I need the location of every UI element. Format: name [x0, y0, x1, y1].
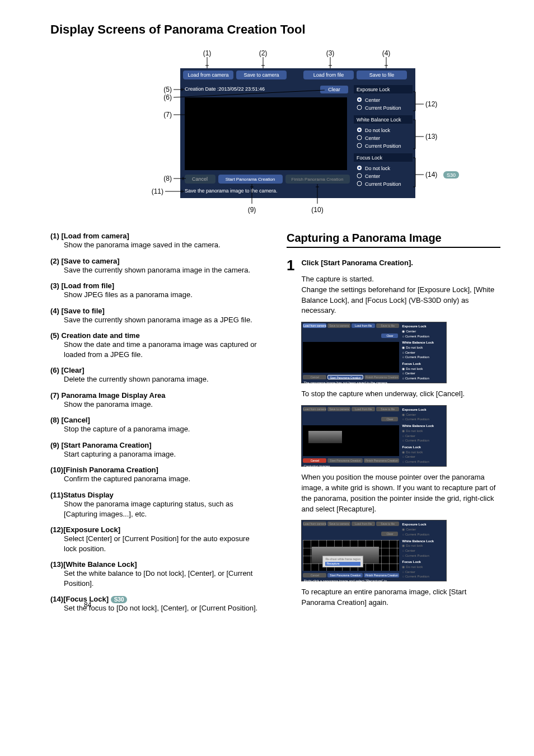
def-3: (3) [Load from file] Show JPEG files as … [50, 281, 264, 300]
step-p1: The capture is started. [301, 274, 500, 285]
exposure-opt-center[interactable]: Center [365, 97, 380, 103]
callout-6: (6) [163, 93, 172, 101]
callout-8: (8) [163, 175, 172, 182]
callout-2: (2) [259, 49, 268, 57]
def-4: (4) [Save to file] Save the currently sh… [50, 307, 264, 325]
callout-4: (4) [382, 49, 391, 57]
btn-cancel[interactable]: Cancel [192, 176, 208, 182]
callout-12: (12) [425, 100, 437, 108]
btn-load-camera[interactable]: Load from camera [188, 72, 228, 78]
callout-11: (11) [152, 187, 163, 195]
def-7: (7) Panorama Image Display Area Show the… [50, 391, 264, 410]
right-column: Capturing a Panorama Image 1 Click [Star… [287, 232, 500, 620]
callout-13: (13) [425, 133, 437, 140]
btn-start-panorama[interactable]: Start Panorama Creation [226, 177, 275, 182]
panorama-display-area [185, 97, 347, 170]
callout-7: (7) [163, 111, 172, 119]
badge-s30-diagram: S30 [447, 172, 456, 178]
capturing-heading: Capturing a Panorama Image [287, 232, 500, 248]
exposure-opt-current[interactable]: Current Position [365, 105, 401, 111]
focus-lock-title: Focus Lock [357, 155, 383, 161]
def-9: (9) [Start Panorama Creation] Start capt… [50, 441, 264, 459]
left-column: (1) [Load from camera] Show the panorama… [50, 232, 264, 620]
def-5: (5) Creation date and time Show the date… [50, 331, 264, 359]
screenshot-3: Load from camera Save to camera Load fro… [301, 520, 447, 581]
def-13: (13)[White Balance Lock] Set the white b… [50, 560, 264, 588]
btn-load-file[interactable]: Load from file [313, 72, 344, 78]
svg-point-19 [358, 98, 360, 101]
step-number: 1 [287, 258, 294, 608]
btn-clear[interactable]: Clear [328, 87, 340, 92]
status-message: Save the panorama image to the camera. [185, 188, 278, 194]
focus-opt-center[interactable]: Center [365, 173, 380, 179]
step-p4: When you position the mouse pointer over… [301, 472, 500, 514]
def-10: (10)[Finish Panorama Creation] Confirm t… [50, 466, 264, 484]
def-8: (8) [Cancel] Stop the capture of a panor… [50, 416, 264, 434]
def-14: (14)[Focus Lock] S30 Set the focus to [D… [50, 595, 264, 613]
page-title: Display Screens of Panorama Creation Too… [50, 22, 500, 37]
callout-10: (10) [311, 206, 323, 214]
diagram-container: (1) (2) (3) (4) Load from camera Save to… [50, 47, 500, 215]
svg-point-28 [358, 167, 360, 169]
def-1: (1) [Load from camera] Show the panorama… [50, 232, 264, 250]
callout-9: (9) [248, 206, 256, 214]
step-p3: To stop the capture when underway, click… [301, 389, 500, 400]
badge-s30: S30 [111, 596, 128, 603]
step-p5: To recapture an entire panorama image, c… [301, 587, 500, 608]
step-p2: Change the settings beforehand for [Expo… [301, 285, 500, 317]
panorama-tool-diagram: (1) (2) (3) (4) Load from camera Save to… [85, 47, 466, 215]
def-6: (6) [Clear] Delete the currently shown p… [50, 366, 264, 384]
focus-opt-current[interactable]: Current Position [365, 181, 401, 187]
def-12: (12)[Exposure Lock] Select [Center] or [… [50, 525, 264, 553]
exposure-lock-title: Exposure Lock [357, 87, 390, 92]
page-number: 84 [84, 601, 91, 609]
screenshot-1: Load from camera Save to camera Load fro… [301, 322, 447, 383]
callout-1: (1) [203, 49, 212, 57]
wb-opt-dnl[interactable]: Do not lock [365, 128, 391, 133]
callout-5: (5) [163, 86, 172, 93]
def-11: (11)Status Display Show the panorama ima… [50, 491, 264, 519]
svg-point-23 [358, 129, 360, 131]
wb-opt-center[interactable]: Center [365, 135, 380, 141]
def-2: (2) [Save to camera] Save the currently … [50, 257, 264, 275]
callout-3: (3) [326, 49, 335, 57]
btn-save-file[interactable]: Save to file [369, 72, 395, 78]
step-1: 1 Click [Start Panorama Creation]. The c… [287, 258, 500, 608]
wb-opt-current[interactable]: Current Position [365, 143, 401, 149]
screenshot-2: Load from camera Save to camera Load fro… [301, 405, 447, 467]
wb-lock-title: White Balance Lock [357, 117, 401, 123]
callout-14: (14) [425, 171, 437, 179]
step-title: Click [Start Panorama Creation]. [301, 258, 500, 269]
creation-date: Creation Date :2013/05/22 23:51:46 [185, 86, 265, 92]
btn-save-camera[interactable]: Save to camera [243, 72, 279, 78]
btn-finish-panorama[interactable]: Finish Panorama Creation [292, 177, 344, 182]
focus-opt-dnl[interactable]: Do not lock [365, 166, 391, 171]
